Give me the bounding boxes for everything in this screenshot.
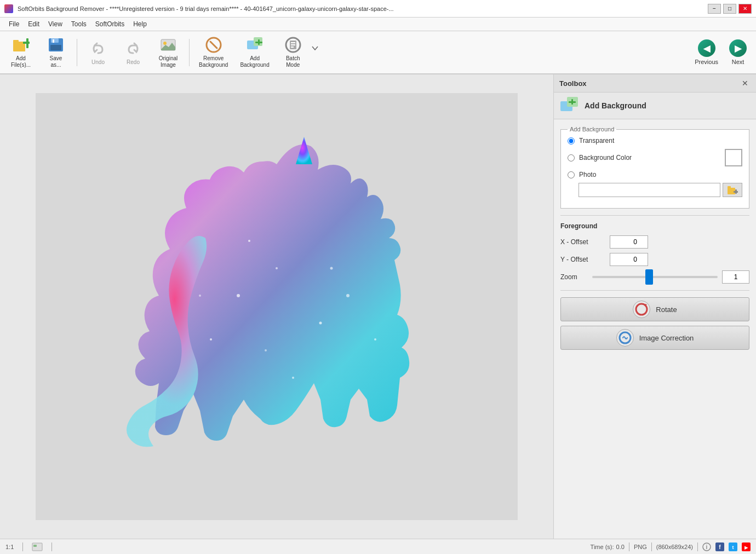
info-icon[interactable]: i [702, 543, 711, 551]
svg-rect-41 [32, 543, 42, 551]
toolbox-section-title: Add Background [585, 101, 646, 110]
save-as-label: Saveas... [50, 55, 62, 68]
x-offset-row: X - Offset [560, 235, 749, 249]
add-background-label: AddBackground [240, 55, 269, 68]
svg-point-27 [199, 295, 201, 297]
next-label: Next [732, 59, 744, 65]
original-image-button[interactable]: OriginalImage [152, 33, 185, 71]
photo-label[interactable]: Photo [579, 171, 742, 178]
toolbox-body: Add Background Transparent Background Co… [554, 119, 756, 539]
svg-rect-36 [728, 186, 731, 188]
image-correction-icon [616, 329, 634, 347]
undo-button[interactable]: Undo [82, 37, 114, 68]
batch-dropdown-arrow[interactable] [312, 46, 318, 50]
svg-text:t: t [732, 545, 734, 550]
svg-rect-14 [255, 42, 262, 43]
redo-icon [124, 40, 142, 57]
zoom-value-input[interactable] [722, 270, 749, 284]
menu-tools[interactable]: Tools [67, 19, 91, 30]
add-background-group: Add Background Transparent Background Co… [560, 126, 749, 209]
transparent-label[interactable]: Transparent [579, 137, 742, 145]
remove-background-button[interactable]: RemoveBackground [194, 33, 233, 71]
y-offset-label: Y - Offset [560, 256, 610, 263]
svg-point-24 [346, 294, 350, 297]
photo-input-row [579, 183, 742, 197]
svg-rect-1 [13, 40, 19, 43]
time-label: Time (s): [591, 544, 614, 550]
next-button[interactable]: ▶ Next [724, 37, 752, 68]
status-sep-2 [51, 543, 52, 551]
canvas-area [0, 74, 553, 539]
menu-edit[interactable]: Edit [24, 19, 44, 30]
svg-rect-38 [734, 191, 738, 193]
svg-rect-17 [291, 42, 295, 43]
color-picker[interactable] [725, 149, 742, 166]
add-files-button[interactable]: AddFile(s)... [4, 33, 37, 71]
next-icon: ▶ [729, 39, 747, 57]
svg-point-22 [319, 322, 322, 325]
svg-text:▶: ▶ [744, 545, 748, 550]
status-sep-1 [22, 543, 23, 551]
previous-label: Previous [695, 59, 718, 65]
zoom-level: 1:1 [5, 544, 14, 550]
divider-2 [560, 290, 749, 291]
toolbox-close-button[interactable]: ✕ [740, 78, 751, 89]
window-controls: − □ ✕ [708, 4, 752, 14]
title-bar: SoftOrbits Background Remover - ****Unre… [0, 0, 756, 18]
close-button[interactable]: ✕ [738, 4, 752, 14]
photo-path-input[interactable] [579, 183, 720, 197]
previous-icon: ◀ [698, 39, 715, 57]
toolbox-section-header: Add Background [554, 93, 756, 119]
toolbar-sep-2 [189, 39, 190, 66]
x-offset-input[interactable] [610, 235, 648, 249]
menu-file[interactable]: File [4, 19, 24, 30]
zoom-slider[interactable] [592, 276, 718, 278]
save-as-button[interactable]: Saveas... [39, 33, 72, 71]
svg-rect-3 [23, 42, 30, 44]
image-correction-button[interactable]: Image Correction [560, 326, 749, 350]
youtube-icon[interactable]: ▶ [742, 543, 751, 551]
svg-rect-19 [291, 47, 294, 48]
maximize-button[interactable]: □ [723, 4, 736, 14]
twitter-icon[interactable]: t [729, 543, 737, 551]
batch-mode-button[interactable]: BatchMode [277, 33, 310, 71]
status-sep-4 [651, 543, 652, 551]
svg-point-20 [237, 294, 240, 297]
toolbar-sep-1 [77, 39, 77, 66]
menu-help[interactable]: Help [129, 19, 151, 30]
svg-text:i: i [706, 544, 708, 550]
photo-radio[interactable] [568, 171, 575, 178]
undo-label: Undo [91, 59, 105, 65]
rotate-icon [633, 301, 650, 318]
svg-point-23 [265, 349, 267, 351]
add-background-button[interactable]: AddBackground [235, 33, 274, 71]
batch-mode-label: BatchMode [286, 55, 300, 68]
transparent-radio[interactable] [568, 137, 575, 145]
rotate-button[interactable]: Rotate [560, 297, 749, 321]
zoom-row: Zoom [560, 270, 749, 284]
background-color-label[interactable]: Background Color [579, 154, 720, 161]
app-icon [4, 4, 13, 13]
menu-view[interactable]: View [44, 19, 67, 30]
y-offset-input[interactable] [610, 253, 648, 266]
menu-softorbits[interactable]: SoftOrbits [91, 19, 129, 30]
undo-icon [89, 40, 107, 57]
previous-button[interactable]: ◀ Previous [690, 37, 723, 68]
redo-button[interactable]: Redo [117, 37, 150, 68]
toolbox-header: Toolbox ✕ [554, 74, 756, 93]
foreground-title: Foreground [560, 222, 749, 230]
photo-browse-button[interactable] [723, 183, 742, 197]
background-color-radio[interactable] [568, 154, 575, 161]
facebook-icon[interactable]: f [715, 543, 724, 551]
svg-point-29 [248, 240, 250, 242]
svg-rect-6 [50, 45, 61, 50]
svg-point-26 [292, 377, 294, 379]
svg-rect-35 [728, 188, 735, 194]
main-area: Toolbox ✕ Add Background Add Background … [0, 74, 756, 539]
toolbar-nav-group: ◀ Previous ▶ Next [690, 37, 752, 68]
toolbox-title: Toolbox [559, 79, 587, 88]
format-status: PNG [634, 544, 647, 550]
zoom-status: 1:1 [5, 544, 14, 550]
minimize-button[interactable]: − [708, 4, 721, 14]
add-background-section-icon [559, 96, 579, 116]
